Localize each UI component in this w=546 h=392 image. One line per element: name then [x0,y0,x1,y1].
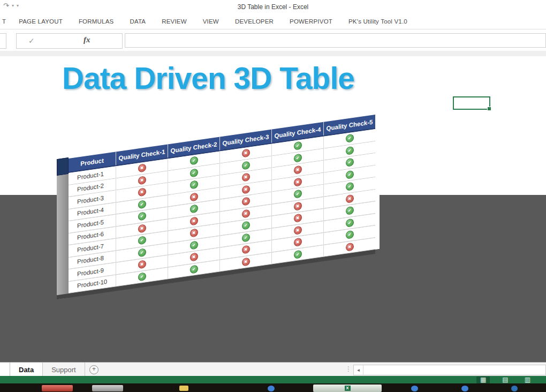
table-3d-slab-left [57,174,69,299]
taskbar-app-icon[interactable] [42,385,73,391]
cross-icon: ✖ [242,209,250,218]
ribbon-tab-developer[interactable]: DEVELOPER [227,18,282,25]
cross-icon: ✖ [242,149,250,158]
fill-handle[interactable] [487,107,491,111]
name-box[interactable] [0,33,6,49]
table-3d-edge-right [375,114,380,250]
check-icon: ✔ [138,236,146,245]
excel-icon: X [345,386,351,391]
enter-icon[interactable]: ✓ [28,36,35,45]
check-icon: ✔ [242,161,250,170]
cross-icon: ✖ [294,165,302,175]
ribbon-tab-formulas[interactable]: FORMULAS [71,18,122,25]
cross-icon: ✖ [190,253,198,262]
cross-icon: ✖ [138,188,146,197]
check-icon: ✔ [346,218,354,227]
horizontal-scrollbar[interactable]: ◄ [353,365,546,375]
check-icon: ✔ [190,265,198,274]
check-icon: ✔ [346,182,354,191]
cross-icon: ✖ [138,164,146,173]
cross-icon: ✖ [190,229,198,238]
cross-icon: ✖ [138,224,146,233]
cross-icon: ✖ [138,176,146,185]
insert-function-icon[interactable]: fx [84,35,90,44]
taskbar-app-icon[interactable] [268,386,275,391]
page-title: Data Driven 3D Table [62,61,354,96]
status-bar: ▦▤▥ [0,376,546,383]
title-bar: ↷ ▾ ▾ 3D Table in Excel - Excel [0,0,546,14]
worksheet-area[interactable]: Data Driven 3D Table ProductQuality Chec… [0,56,546,362]
ribbon-tab-powerpivot[interactable]: POWERPIVOT [282,18,340,25]
check-icon: ✔ [242,221,250,230]
ribbon-tab-pk-s-utility-tool-v1-0[interactable]: PK's Utility Tool V1.0 [340,18,415,25]
new-sheet-button[interactable]: + [89,365,98,374]
browser-icon[interactable] [511,386,518,391]
windows-taskbar: X [0,383,546,392]
selected-cell[interactable] [453,96,490,110]
formula-controls: ✓ fx [16,33,123,49]
taskbar-app-icon[interactable] [92,385,123,391]
check-icon: ✔ [294,153,302,162]
cross-icon: ✖ [138,260,146,269]
ribbon-tab-bar: TPAGE LAYOUTFORMULASDATAREVIEWVIEWDEVELO… [0,14,546,29]
cross-icon: ✖ [242,245,250,254]
normal-view-icon[interactable]: ▦ [476,376,490,383]
ribbon-tabs: TPAGE LAYOUTFORMULASDATAREVIEWVIEWDEVELO… [0,14,546,29]
page-layout-view-icon[interactable]: ▤ [498,376,512,383]
scroll-left-icon[interactable]: ◄ [354,365,363,375]
taskbar-app-icon[interactable] [411,386,418,391]
cross-icon: ✖ [190,216,198,225]
cross-icon: ✖ [294,238,302,247]
cross-icon: ✖ [190,192,198,201]
check-icon: ✔ [138,272,146,281]
cross-icon: ✖ [242,185,250,194]
cross-icon: ✖ [346,194,354,203]
cross-icon: ✖ [294,177,302,186]
check-icon: ✔ [138,248,146,257]
cross-icon: ✖ [294,214,302,223]
cross-icon: ✖ [242,173,250,182]
cross-icon: ✖ [242,197,250,206]
check-icon: ✔ [294,141,302,150]
view-shortcuts: ▦▤▥ [476,376,534,383]
check-icon: ✔ [190,205,198,214]
check-icon: ✔ [294,250,302,259]
cross-icon: ✖ [294,201,302,210]
formula-bar: ✓ fx [0,29,546,51]
page-break-view-icon[interactable]: ▥ [521,376,534,383]
quality-table-3d: ProductQuality Check-1Quality Check-2Qua… [69,115,375,362]
check-icon: ✔ [190,156,198,165]
check-icon: ✔ [346,146,354,155]
check-icon: ✔ [138,200,146,209]
check-icon: ✔ [138,212,146,221]
taskbar-excel-active[interactable]: X [313,385,382,392]
taskbar-app-icon[interactable] [461,386,468,391]
tab-overflow-icon[interactable]: ⋮ [345,365,352,373]
ribbon-tab-page-layout[interactable]: PAGE LAYOUT [11,18,71,25]
check-icon: ✔ [346,170,354,179]
check-icon: ✔ [346,158,354,167]
cross-icon: ✖ [346,242,354,251]
formula-input[interactable] [125,33,546,48]
folder-icon[interactable] [179,386,188,391]
ribbon-tab-review[interactable]: REVIEW [154,18,195,25]
scrollbar-track[interactable] [363,365,545,375]
check-icon: ✔ [346,134,354,143]
window-title: 3D Table in Excel - Excel [0,3,546,11]
sheet-tab-data[interactable]: Data [10,363,43,376]
check-icon: ✔ [242,233,250,242]
check-icon: ✔ [190,168,198,177]
check-icon: ✔ [294,190,302,199]
check-icon: ✔ [346,206,354,215]
ribbon-tab-t[interactable]: T [1,18,11,25]
sheet-nav-stub [0,363,10,376]
ribbon-tab-view[interactable]: VIEW [195,18,227,25]
sheet-tab-bar: DataSupport + ⋮ ◄ [0,362,546,376]
check-icon: ✔ [190,240,198,250]
table-3d-slab-corner [57,157,69,176]
cross-icon: ✖ [294,225,302,235]
check-icon: ✔ [346,230,354,239]
cross-icon: ✖ [242,257,250,266]
sheet-tab-support[interactable]: Support [43,363,85,376]
ribbon-tab-data[interactable]: DATA [122,18,154,25]
